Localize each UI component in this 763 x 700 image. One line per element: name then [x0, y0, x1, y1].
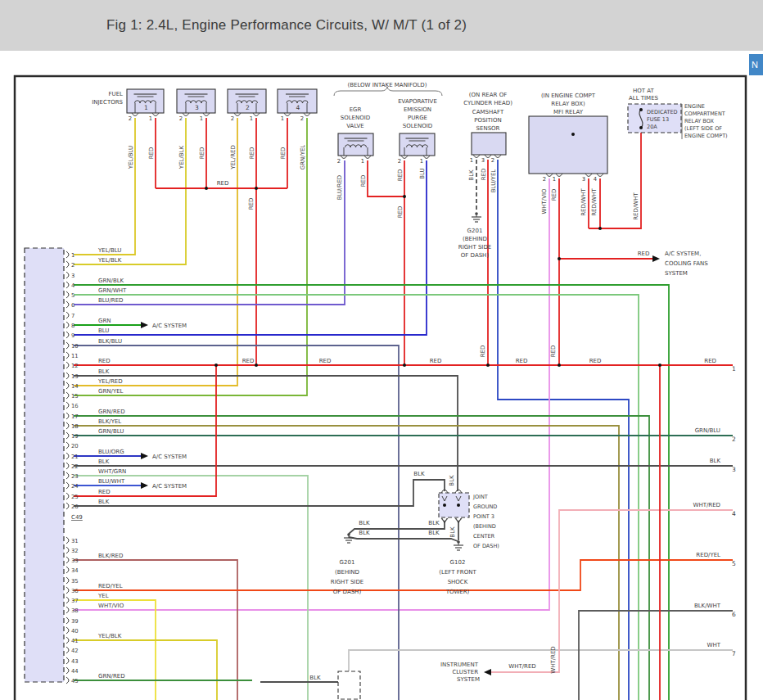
pin-number: 1 — [149, 115, 152, 122]
wire-label: WHT/RED — [550, 646, 557, 674]
wire-blk — [74, 480, 445, 506]
caption: HOT AT — [633, 88, 655, 94]
junction-dot — [457, 504, 460, 507]
pin-hook-icon — [66, 567, 69, 573]
lower-connector-box — [338, 671, 360, 699]
caption: FUSE 13 — [647, 116, 669, 123]
caption: G201 — [467, 228, 483, 234]
pin-number: 26 — [71, 504, 79, 510]
pin-number: 1 — [200, 115, 203, 122]
caption: BLK — [428, 530, 440, 536]
caption: SYSTEM — [665, 270, 688, 277]
wire-label: BLU/WHT — [98, 478, 125, 485]
pin-number: 21 — [71, 454, 79, 460]
caption: SOLENOID — [341, 115, 370, 121]
diagram-border — [15, 76, 746, 700]
caption: POINT 3 — [473, 513, 494, 520]
caption: WHT/RED — [693, 502, 721, 508]
wire-label: RED — [397, 206, 404, 219]
wire-label: WHT/GRN — [98, 468, 126, 475]
pin-number: 22 — [71, 463, 79, 470]
pin-number: 12 — [71, 363, 79, 369]
caption: WHT/RED — [508, 663, 536, 670]
caption: BLK — [309, 675, 321, 681]
pin-number: 25 — [71, 494, 79, 500]
pin-number: 18 — [71, 423, 79, 430]
wire-label: RED/WHT — [633, 192, 639, 220]
pin-number: 31 — [71, 538, 79, 544]
pin-hook-icon — [66, 577, 69, 584]
caption: JOINT — [472, 494, 488, 500]
mfi-relay-box — [529, 116, 607, 174]
caption: BLK — [710, 458, 721, 464]
caption: EGR — [350, 106, 362, 113]
pin-number: 2 — [543, 176, 546, 183]
pin-hook-icon — [66, 557, 69, 563]
caption: RIGHT SIDE — [458, 244, 491, 251]
pin-hook-icon — [66, 422, 69, 429]
wire-label: BLU — [98, 327, 109, 334]
wire-label: GRN/BLK — [98, 278, 124, 284]
wire-label: YEL — [97, 593, 109, 599]
pin-number: 3 — [481, 157, 485, 164]
caption: INSTRUMENT — [440, 662, 479, 668]
pin-hook-icon — [66, 272, 69, 278]
wire-label: YEL/BLK — [97, 633, 122, 639]
caption: CYLINDER HEAD) — [463, 100, 512, 106]
wire-label: RED — [248, 198, 255, 210]
caption: (BELOW INTAKE MANIFOLD) — [347, 82, 427, 88]
pin-number: 14 — [71, 383, 79, 390]
pin-number: 44 — [71, 668, 79, 675]
pin-number: 2 — [300, 115, 304, 122]
wire-label: BLK/RED — [98, 553, 123, 559]
wire-red-yel — [74, 560, 733, 590]
caption: CLUSTER — [452, 669, 478, 675]
pin-number: 38 — [71, 607, 79, 614]
pin-hook-icon — [66, 342, 69, 349]
pin-hook-icon — [66, 617, 69, 624]
pin-number: 16 — [71, 403, 79, 409]
pin-number: 45 — [71, 678, 79, 684]
junction-dot — [639, 126, 643, 129]
caption: SHOCK — [448, 579, 468, 585]
caption: BLK — [359, 530, 370, 536]
pin-number: 32 — [71, 548, 79, 554]
pin-hook-icon — [66, 637, 69, 644]
caption: CAMSHAFT — [472, 109, 504, 115]
pin-hook-icon — [66, 503, 69, 509]
pin-number: 5 — [71, 292, 74, 299]
pin-hook-icon — [66, 413, 69, 419]
pin-number: 19 — [71, 433, 79, 440]
pin-number: 1 — [470, 157, 473, 164]
pin-hook-icon — [66, 322, 69, 328]
wire-blk — [74, 376, 458, 491]
wire-label: BLK — [98, 458, 110, 465]
caption: OF DASH) — [461, 252, 490, 259]
caption: RED — [430, 358, 442, 364]
wire-label: GRN/BLU — [98, 428, 124, 435]
caption: ALL TIMES — [629, 95, 659, 102]
wire-label: GRN/YEL — [98, 388, 124, 395]
wire-label: BLK/BLU — [98, 338, 122, 345]
caption: RED — [638, 251, 650, 257]
caption: ENGINE — [684, 103, 705, 110]
pin-number: 43 — [71, 658, 79, 665]
wire-blu — [74, 160, 427, 335]
caption: POSITION — [474, 117, 501, 124]
caption: BLK — [428, 520, 440, 526]
caption: TOWER) — [445, 589, 470, 595]
wire-label: BLK — [449, 526, 456, 538]
wire-label: YEL/BLK — [178, 145, 185, 169]
pin-number: 15 — [71, 393, 79, 400]
caption: 2 — [732, 436, 736, 443]
caption: COMPARTMENT — [684, 111, 725, 117]
pin-hook-icon — [66, 463, 69, 469]
egr-solenoid-valve — [338, 133, 373, 156]
wiring-diagram: 121321221412212113221341YEL/BLU2YEL/BLK3… — [0, 0, 763, 700]
wire-label: RED — [199, 147, 205, 160]
pin-number: 39 — [71, 618, 79, 625]
caption: (LEFT SIDE OF — [684, 125, 722, 132]
wire-blk-wht — [579, 611, 733, 700]
pin-number: 1 — [420, 158, 423, 165]
wire-blu-yel — [498, 160, 629, 700]
